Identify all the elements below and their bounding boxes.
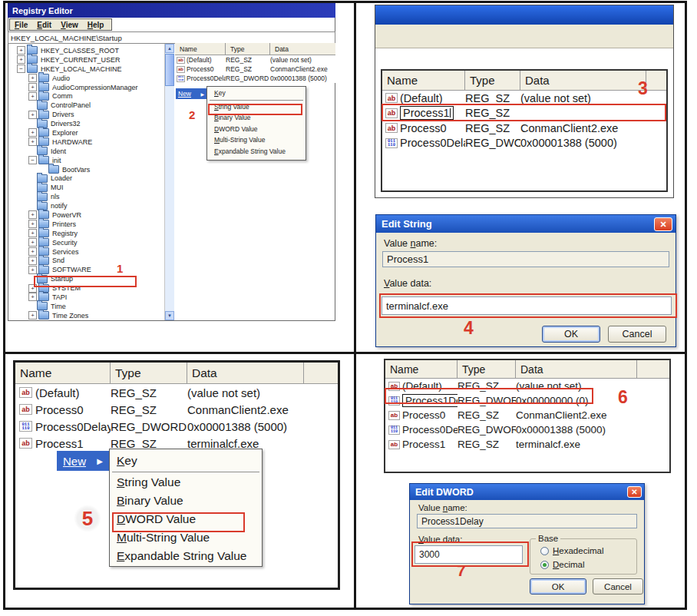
column-header-empty[interactable] bbox=[646, 71, 666, 90]
tree-item-mui[interactable]: MUI bbox=[11, 183, 163, 192]
value-name-field[interactable]: Process1 bbox=[382, 251, 669, 267]
hexadecimal-radio[interactable]: Hexadecimal bbox=[540, 546, 603, 555]
tree-item-printers[interactable]: +Printers bbox=[11, 220, 163, 229]
expand-plus-icon[interactable]: + bbox=[28, 128, 37, 137]
tree-item-audiocompressionmanager[interactable]: +AudioCompressionManager bbox=[11, 83, 163, 92]
tree-item-init[interactable]: −init bbox=[11, 156, 163, 165]
cancel-button[interactable]: Cancel bbox=[593, 578, 643, 594]
menu-item-multi-string-value[interactable]: Multi-String Value bbox=[207, 134, 306, 146]
registry-value-row[interactable]: 011110Process0DelayREG_DWORD0x00001388 (… bbox=[15, 418, 338, 435]
column-header-name[interactable]: Name bbox=[385, 360, 458, 378]
context-menu-new[interactable]: New ▶ bbox=[57, 451, 109, 471]
expand-plus-icon[interactable]: + bbox=[28, 210, 37, 219]
tree-item-snd[interactable]: +Snd bbox=[11, 256, 163, 265]
radio-icon[interactable] bbox=[540, 547, 549, 555]
column-header-type[interactable]: Type bbox=[458, 360, 516, 378]
column-header-name[interactable]: Name bbox=[175, 43, 226, 55]
expand-plus-icon[interactable]: + bbox=[28, 293, 37, 301]
column-header-data[interactable]: Data bbox=[520, 71, 646, 90]
tree-item-time[interactable]: Time bbox=[11, 302, 163, 311]
expand-plus-icon[interactable]: + bbox=[28, 266, 37, 274]
expand-plus-icon[interactable]: + bbox=[28, 257, 37, 265]
tree-item-loader[interactable]: Loader bbox=[11, 174, 163, 183]
menu-item-string-value[interactable]: String Value bbox=[110, 473, 262, 492]
expand-plus-icon[interactable]: + bbox=[28, 238, 37, 247]
column-header-data[interactable]: Data bbox=[516, 360, 637, 378]
column-header-data[interactable]: Data bbox=[270, 43, 335, 55]
collapse-minus-icon[interactable]: − bbox=[28, 156, 37, 164]
menu-help[interactable]: Help bbox=[83, 21, 109, 29]
tree-item-controlpanel[interactable]: ControlPanel bbox=[11, 101, 163, 110]
tree-item-ident[interactable]: Ident bbox=[11, 147, 163, 156]
ok-button[interactable]: OK bbox=[542, 326, 600, 343]
menu-item-binary-value[interactable]: Binary Value bbox=[110, 492, 262, 510]
context-menu-new[interactable]: New ▶ bbox=[176, 88, 206, 99]
close-icon[interactable]: ✕ bbox=[627, 486, 642, 498]
column-header-empty[interactable] bbox=[304, 363, 338, 383]
registry-value-row[interactable]: abProcess1REG_SZterminalcf.exe bbox=[385, 437, 669, 452]
tree-item-services[interactable]: +Services bbox=[11, 247, 163, 257]
column-header-data[interactable]: Data bbox=[187, 363, 304, 383]
column-header-name[interactable]: Name bbox=[15, 363, 111, 383]
scrollbar-thumb[interactable] bbox=[165, 54, 174, 86]
expand-plus-icon[interactable]: + bbox=[28, 74, 37, 82]
menu-view[interactable]: View bbox=[56, 21, 83, 29]
menu-item-dword-value[interactable]: DWORD Value bbox=[207, 124, 306, 135]
registry-value-row[interactable]: 011110Process0DelayREG_DWORD0x00001388 (… bbox=[175, 74, 335, 83]
tree-item-security[interactable]: +Security bbox=[11, 238, 163, 247]
tree-item-tapi[interactable]: +TAPI bbox=[11, 293, 163, 302]
menu-item-expandable-string-value[interactable]: Expandable String Value bbox=[207, 146, 306, 157]
tree-item-software[interactable]: +SOFTWARE bbox=[11, 265, 163, 274]
tree-item-drivers[interactable]: +Drivers bbox=[11, 110, 163, 119]
ok-button[interactable]: OK bbox=[530, 578, 586, 594]
column-header-type[interactable]: Type bbox=[465, 71, 520, 90]
tree-scrollbar[interactable]: ▲ ▼ bbox=[164, 44, 174, 320]
registry-value-row[interactable]: abProcess0REG_SZConmanClient2.exe bbox=[385, 408, 669, 422]
menu-item-key[interactable]: Key bbox=[207, 88, 306, 99]
registry-value-row[interactable]: abProcess0REG_SZConmanClient2.exe bbox=[175, 65, 335, 74]
tree-item-drivers32[interactable]: Drivers32 bbox=[11, 119, 163, 128]
tree-item-hardware[interactable]: +HARDWARE bbox=[11, 137, 163, 147]
menu-edit[interactable]: Edit bbox=[32, 21, 56, 29]
tree-item-hkey_classes_root[interactable]: +HKEY_CLASSES_ROOT bbox=[11, 46, 163, 55]
registry-value-row[interactable]: abProcess0REG_SZConmanClient2.exe bbox=[382, 121, 666, 136]
registry-value-row[interactable]: ab(Default)REG_SZ(value not set) bbox=[175, 55, 335, 65]
tree-item-comm[interactable]: +Comm bbox=[11, 91, 163, 101]
expand-plus-icon[interactable]: + bbox=[28, 83, 37, 91]
tree-item-explorer[interactable]: +Explorer bbox=[11, 128, 163, 137]
column-header-name[interactable]: Name bbox=[382, 71, 465, 90]
expand-plus-icon[interactable]: + bbox=[28, 220, 37, 228]
scroll-down-icon[interactable]: ▼ bbox=[165, 311, 174, 320]
expand-plus-icon[interactable]: + bbox=[28, 111, 37, 119]
column-header-type[interactable]: Type bbox=[111, 363, 187, 383]
menu-file[interactable]: File bbox=[10, 21, 32, 29]
tree-item-registry[interactable]: +Registry bbox=[11, 229, 163, 238]
decimal-radio[interactable]: Decimal bbox=[540, 560, 585, 569]
registry-value-row[interactable]: 011110Process0DelayREG_DWORD0x00001388 (… bbox=[385, 422, 669, 437]
close-icon[interactable]: ✕ bbox=[654, 217, 672, 231]
tree-item-notify[interactable]: notify bbox=[11, 201, 163, 210]
registry-value-row[interactable]: ab(Default)REG_SZ(value not set) bbox=[15, 384, 338, 401]
expand-plus-icon[interactable]: + bbox=[28, 229, 37, 237]
column-header-empty[interactable] bbox=[637, 360, 669, 378]
menu-item-key[interactable]: Key bbox=[110, 451, 262, 471]
scroll-up-icon[interactable]: ▲ bbox=[165, 44, 174, 53]
tree-item-powervr[interactable]: +PowerVR bbox=[11, 210, 163, 220]
tree-item-hkey_local_machine[interactable]: −HKEY_LOCAL_MACHINE bbox=[11, 65, 163, 74]
tree-item-audio[interactable]: +Audio bbox=[11, 74, 163, 83]
cancel-button[interactable]: Cancel bbox=[608, 326, 666, 343]
expand-plus-icon[interactable]: + bbox=[28, 311, 37, 320]
tree-item-hkey_current_user[interactable]: +HKEY_CURRENT_USER bbox=[11, 55, 163, 65]
value-name-field[interactable]: Process1Delay bbox=[417, 514, 637, 528]
registry-value-row[interactable]: 011110Process0DelayREG_DWORD0x00001388 (… bbox=[382, 136, 666, 151]
expand-plus-icon[interactable]: + bbox=[17, 46, 25, 55]
expand-plus-icon[interactable]: + bbox=[28, 137, 37, 146]
collapse-minus-icon[interactable]: − bbox=[17, 65, 25, 73]
expand-plus-icon[interactable]: + bbox=[28, 92, 37, 101]
expand-plus-icon[interactable]: + bbox=[28, 247, 37, 256]
tree-item-time-zones[interactable]: +Time Zones bbox=[11, 311, 163, 320]
tree-item-nls[interactable]: nls bbox=[11, 192, 163, 201]
registry-value-row[interactable]: abProcess0REG_SZConmanClient2.exe bbox=[15, 401, 338, 418]
radio-selected-icon[interactable] bbox=[540, 561, 549, 569]
tree-item-bootvars[interactable]: BootVars bbox=[11, 165, 163, 174]
